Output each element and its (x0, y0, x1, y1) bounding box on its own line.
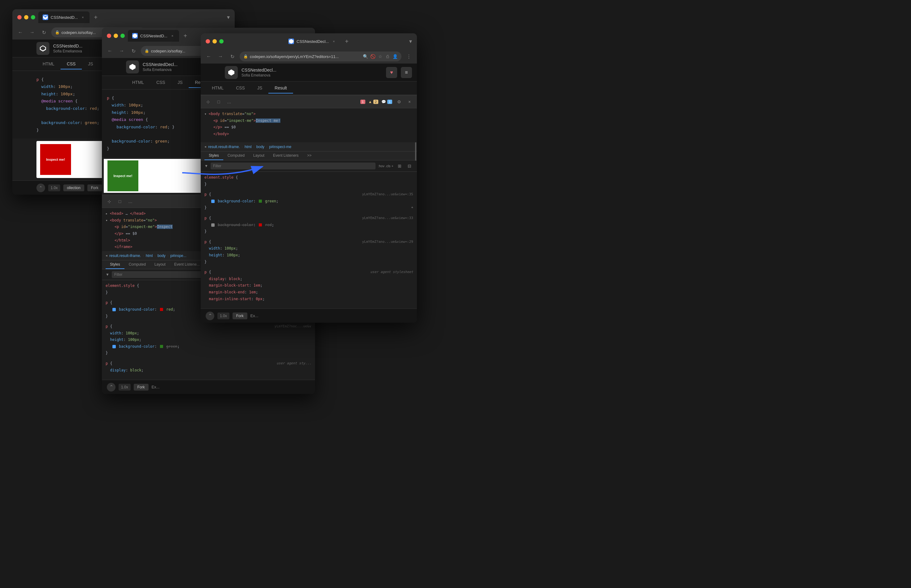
w2-back-button[interactable]: ← (105, 47, 114, 55)
window2-minimize-btn[interactable] (113, 34, 118, 38)
w3-styles-tab-styles[interactable]: Styles (204, 152, 223, 160)
window1-tab-close[interactable]: × (80, 15, 85, 20)
w3-zoom-icon[interactable]: 🔍 (363, 54, 368, 59)
window1-menu[interactable]: ▾ (227, 14, 230, 21)
w3-styles-tab-layout[interactable]: Layout (249, 152, 269, 160)
forward-button[interactable]: → (28, 28, 36, 37)
w2-forward-button[interactable]: → (117, 47, 126, 55)
window3-menu[interactable]: ▾ (409, 38, 412, 45)
w3-dt-info-badge[interactable]: 💬 1 (381, 100, 392, 104)
bc-result[interactable]: result.result-iframe. (109, 254, 141, 258)
window2-tab[interactable]: CSSNestedD... × (128, 30, 179, 42)
w3-expand-button[interactable]: ⌃ (206, 312, 214, 320)
w3-col-icon[interactable]: ⊞ (396, 162, 403, 170)
w3-dt-close-icon[interactable]: × (406, 98, 413, 105)
bc-p[interactable]: p#inspe... (170, 254, 186, 258)
w2-styles-tab-computed[interactable]: Computed (125, 260, 150, 269)
w2-styles-tab-events[interactable]: Event Listene... (170, 260, 204, 269)
bc-body[interactable]: body (157, 254, 165, 258)
w2-tab-js[interactable]: JS (172, 78, 189, 88)
w3-checkbox-red[interactable] (211, 223, 215, 227)
w2-refresh-button[interactable]: ↻ (129, 47, 138, 55)
w3-avatar-icon[interactable]: 👤 (392, 54, 398, 59)
window2-tab-close[interactable]: × (170, 33, 175, 38)
w3-tab-js[interactable]: JS (251, 83, 268, 94)
fork-button[interactable]: Fork (88, 184, 102, 191)
window2-close-btn[interactable] (107, 34, 111, 38)
window2-new-tab[interactable]: + (183, 32, 187, 39)
w2-expand-button[interactable]: ⌃ (107, 383, 115, 391)
w3-tab-result[interactable]: Result (268, 83, 293, 94)
w2-tab-css[interactable]: CSS (150, 78, 172, 88)
w3-layout-button[interactable]: ≡ (401, 67, 412, 78)
window3-tab-close[interactable]: × (331, 39, 336, 44)
window1-close-btn[interactable] (17, 15, 22, 19)
w2-checkbox-1[interactable] (112, 308, 116, 311)
w3-layout-icon[interactable]: ⊟ (406, 162, 413, 170)
w3-heart-button[interactable]: ♥ (386, 67, 397, 78)
expand-button[interactable]: ⌃ (36, 184, 45, 192)
w3-dt-error-badge[interactable]: 1 (360, 100, 365, 104)
w3-tab-css[interactable]: CSS (230, 83, 251, 94)
w2-styles-tab-layout[interactable]: Layout (150, 260, 170, 269)
window1-tab[interactable]: CSSNestedD... × (38, 11, 89, 23)
w3-no-image-icon[interactable]: 🚫 (370, 54, 376, 59)
w3-styles-tab-computed[interactable]: Computed (223, 152, 249, 160)
w3-styles-tab-events[interactable]: Event Listeners (269, 152, 303, 160)
w3-refresh-button[interactable]: ↻ (228, 52, 237, 61)
dt-device-icon[interactable]: □ (116, 198, 123, 205)
w3-elements-panel: ▾ <body translate="no"> <p id="inspect-m… (201, 108, 417, 142)
w3-rule-p-red: yLmYEmZ?ano...ue&view=:33 p { background… (204, 215, 413, 235)
w3-scrollbar[interactable] (415, 142, 416, 161)
w3-dt-more-icon[interactable]: … (225, 98, 233, 105)
window1-minimize-btn[interactable] (24, 15, 28, 19)
bc-html[interactable]: html (146, 254, 153, 258)
w2-checkbox-2[interactable] (112, 345, 116, 348)
tab-html[interactable]: HTML (36, 59, 60, 69)
w3-devtools: ⊹ □ … 1 ▲ 2 💬 1 ⚙ × ▾ <body translate="n… (201, 95, 417, 309)
w3-filter-input[interactable] (211, 163, 376, 170)
w3-filter-hint[interactable]: :hov .cls + (378, 164, 394, 168)
window3: CSSNestedDecl... × + ▾ ← → ↻ 🔒 codepen.i… (201, 33, 417, 323)
tab-css[interactable]: CSS (60, 59, 82, 69)
w3-bc-html[interactable]: html (245, 145, 252, 149)
w3-dt-cursor-icon[interactable]: ⊹ (204, 98, 212, 105)
window2-maximize-btn[interactable] (120, 34, 125, 38)
w3-styles-tab-more[interactable]: >> (303, 152, 316, 160)
w3-star-icon[interactable]: ☆ (378, 54, 383, 59)
w2-tab-html[interactable]: HTML (126, 78, 150, 88)
w3-url-bar[interactable]: 🔒 codepen.io/sofiayem/pen/yLmYEmZ?editor… (240, 52, 402, 61)
w3-dt-settings-icon[interactable]: ⚙ (395, 98, 403, 105)
collection-button[interactable]: ollection (63, 184, 84, 191)
refresh-button[interactable]: ↻ (39, 28, 48, 37)
w3-bc-p[interactable]: p#inspect-me (269, 145, 291, 149)
w2-zoom-level[interactable]: 1.0x (118, 384, 131, 391)
window3-minimize-btn[interactable] (212, 39, 217, 44)
w3-bc-body[interactable]: body (256, 145, 264, 149)
w3-bc-result[interactable]: result.result-iframe. (208, 145, 240, 149)
w3-zoom-level[interactable]: 1.0x (217, 312, 229, 319)
window1-maximize-btn[interactable] (31, 15, 35, 19)
dt-more-icon[interactable]: … (126, 198, 134, 205)
w3-more-menu[interactable]: ⋮ (405, 52, 413, 61)
tab-js[interactable]: JS (82, 59, 99, 69)
w2-fork-button[interactable]: Fork (134, 384, 149, 391)
w3-share-icon[interactable]: ⎙ (385, 54, 390, 59)
w3-back-button[interactable]: ← (204, 52, 213, 61)
dt-cursor-icon[interactable]: ⊹ (105, 198, 113, 205)
w3-checkbox-green[interactable] (211, 200, 215, 203)
w3-dt-device-icon[interactable]: □ (215, 98, 222, 105)
w3-dt-warning-badge[interactable]: ▲ 2 (368, 100, 378, 104)
zoom-level[interactable]: 1.0x (48, 184, 60, 191)
window1-new-tab[interactable]: + (94, 14, 97, 21)
window3-maximize-btn[interactable] (219, 39, 224, 44)
back-button[interactable]: ← (16, 28, 25, 37)
w3-fork-button[interactable]: Fork (233, 312, 247, 319)
window3-new-tab[interactable]: + (345, 38, 349, 45)
w3-add-prop[interactable]: + (411, 205, 413, 211)
window3-tab[interactable]: CSSNestedDecl... × (284, 36, 340, 47)
w2-styles-tab-styles[interactable]: Styles (105, 260, 125, 269)
window3-close-btn[interactable] (206, 39, 210, 44)
w3-forward-button[interactable]: → (216, 52, 225, 61)
w3-tab-html[interactable]: HTML (206, 83, 230, 94)
